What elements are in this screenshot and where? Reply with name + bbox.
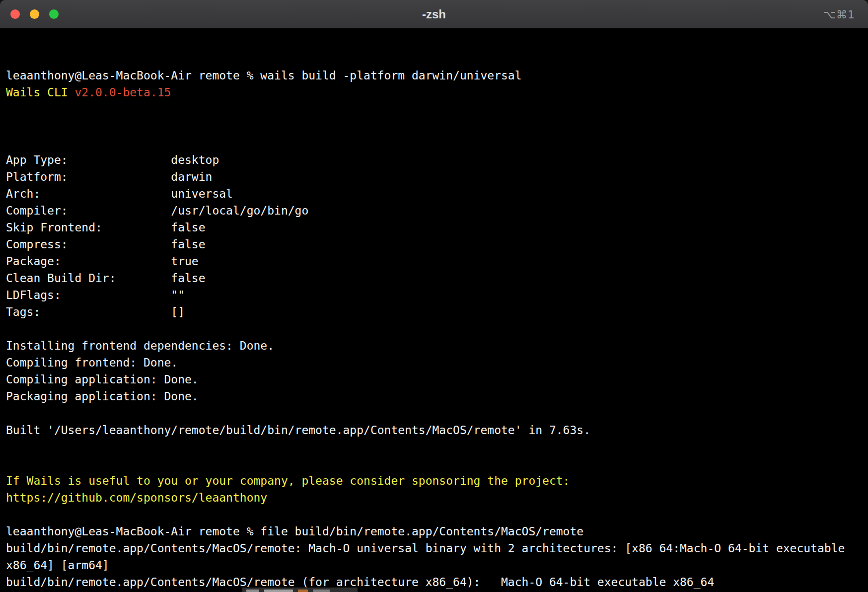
terminal-text: build/bin/remote.app/Contents/MacOS/remo… xyxy=(6,576,714,589)
terminal-line: Arch: universal xyxy=(6,185,862,202)
terminal-line: Compress: false xyxy=(6,236,862,253)
close-button[interactable] xyxy=(10,9,20,19)
terminal-line: Packaging application: Done. xyxy=(6,388,862,405)
terminal-line: Platform: darwin xyxy=(6,168,862,185)
terminal-line: Compiling application: Done. xyxy=(6,371,862,388)
terminal-text: Platform: darwin xyxy=(6,170,212,183)
terminal-text: If Wails is useful to you or your compan… xyxy=(6,474,570,487)
terminal-line xyxy=(6,455,862,472)
terminal-line xyxy=(6,320,862,337)
terminal-window: -zsh ⌥⌘1 leaanthony@Leas-MacBook-Air rem… xyxy=(0,0,868,592)
terminal-text: Installing frontend dependencies: Done. xyxy=(6,339,274,352)
background-window-sliver xyxy=(242,588,358,592)
sliver-glyph xyxy=(246,590,259,592)
terminal[interactable]: leaanthony@Leas-MacBook-Air remote % wai… xyxy=(0,29,868,592)
terminal-text: build/bin/remote.app/Contents/MacOS/remo… xyxy=(6,542,845,555)
terminal-line xyxy=(6,101,862,118)
zoom-button[interactable] xyxy=(49,9,59,19)
sliver-glyph xyxy=(264,590,293,592)
terminal-line: Compiling frontend: Done. xyxy=(6,354,862,371)
terminal-text: App Type: desktop xyxy=(6,153,219,166)
terminal-text: Compiling application: Done. xyxy=(6,373,199,386)
terminal-text: LDFlags: "" xyxy=(6,289,185,301)
terminal-line: App Type: desktop xyxy=(6,151,862,168)
terminal-line xyxy=(6,506,862,523)
sliver-glyph xyxy=(298,590,308,592)
terminal-line: Installing frontend dependencies: Done. xyxy=(6,337,862,354)
terminal-text: Clean Build Dir: false xyxy=(6,272,206,285)
terminal-text: Skip Frontend: false xyxy=(6,221,206,234)
terminal-line: Skip Frontend: false xyxy=(6,219,862,236)
terminal-text: v2.0.0-beta.15 xyxy=(74,86,171,99)
terminal-line: https://github.com/sponsors/leaanthony xyxy=(6,489,862,506)
traffic-lights xyxy=(10,0,59,28)
terminal-line: LDFlags: "" xyxy=(6,287,862,303)
terminal-text: Tags: [] xyxy=(6,305,185,318)
sliver-glyph xyxy=(313,590,330,592)
terminal-text: Compress: false xyxy=(6,238,206,251)
terminal-text: Package: true xyxy=(6,255,199,268)
terminal-line: x86_64] [arm64] xyxy=(6,557,862,574)
terminal-text: leaanthony@Leas-MacBook-Air remote % wai… xyxy=(6,69,522,82)
terminal-line: Package: true xyxy=(6,253,862,270)
terminal-text: Arch: universal xyxy=(6,187,233,200)
terminal-output: leaanthony@Leas-MacBook-Air remote % wai… xyxy=(6,67,862,592)
terminal-line: Clean Build Dir: false xyxy=(6,270,862,287)
terminal-text: leaanthony@Leas-MacBook-Air remote % fil… xyxy=(6,525,583,538)
terminal-line xyxy=(6,439,862,455)
terminal-text: Packaging application: Done. xyxy=(6,390,199,403)
terminal-line: build/bin/remote.app/Contents/MacOS/remo… xyxy=(6,574,862,591)
terminal-line xyxy=(6,405,862,422)
terminal-line: Wails CLI v2.0.0-beta.15 xyxy=(6,84,862,101)
terminal-text: Compiler: /usr/local/go/bin/go xyxy=(6,204,308,217)
terminal-line xyxy=(6,118,862,135)
minimize-button[interactable] xyxy=(30,9,39,19)
terminal-line: If Wails is useful to you or your compan… xyxy=(6,472,862,489)
terminal-line: Tags: [] xyxy=(6,303,862,320)
keyboard-shortcut-hint: ⌥⌘1 xyxy=(823,8,855,20)
terminal-text: Compiling frontend: Done. xyxy=(6,356,178,369)
terminal-line: leaanthony@Leas-MacBook-Air remote % wai… xyxy=(6,67,862,84)
terminal-text: https://github.com/sponsors/leaanthony xyxy=(6,491,267,504)
terminal-line xyxy=(6,135,862,151)
terminal-line: build/bin/remote.app/Contents/MacOS/remo… xyxy=(6,540,862,557)
titlebar[interactable]: -zsh ⌥⌘1 xyxy=(0,0,868,29)
terminal-line: Built '/Users/leaanthony/remote/build/bi… xyxy=(6,422,862,439)
terminal-text: x86_64] [arm64] xyxy=(6,559,109,572)
terminal-line: leaanthony@Leas-MacBook-Air remote % fil… xyxy=(6,523,862,540)
terminal-line: Compiler: /usr/local/go/bin/go xyxy=(6,202,862,219)
terminal-text: Built '/Users/leaanthony/remote/build/bi… xyxy=(6,424,590,437)
terminal-text: Wails CLI xyxy=(6,86,74,99)
window-title: -zsh xyxy=(422,7,446,21)
